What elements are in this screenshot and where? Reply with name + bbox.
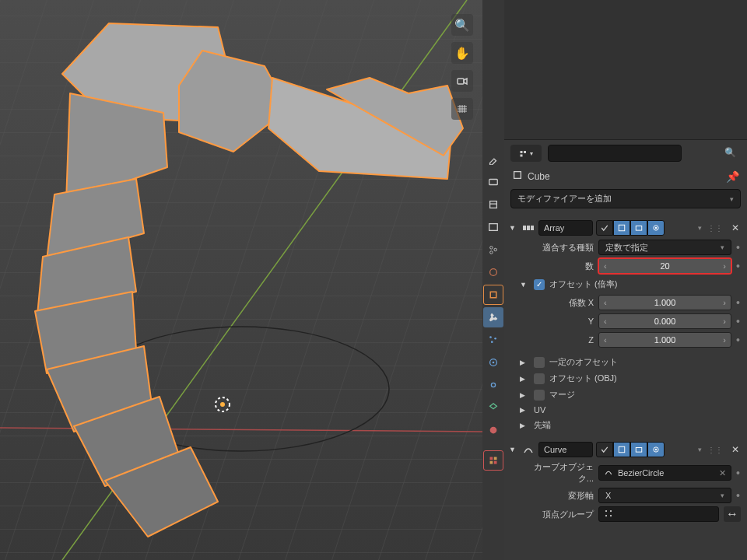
caps-section[interactable]: ▶ 先端 xyxy=(504,417,747,433)
modifier-name-input[interactable] xyxy=(538,442,593,457)
search-icon: 🔍 xyxy=(724,147,736,158)
svg-rect-41 xyxy=(527,226,530,230)
tab-physics[interactable] xyxy=(483,352,503,373)
svg-point-16 xyxy=(220,402,225,407)
editor-type-button[interactable]: ▾ xyxy=(510,145,542,162)
tab-render[interactable] xyxy=(483,172,503,192)
vertex-group-label: 頂点グループ xyxy=(520,509,594,520)
svg-rect-42 xyxy=(531,226,534,230)
camera-icon[interactable] xyxy=(451,70,473,92)
close-icon[interactable]: ✕ xyxy=(728,222,742,233)
toggle-edit-mode[interactable] xyxy=(596,442,613,457)
scene-svg xyxy=(0,0,482,560)
tab-tool[interactable] xyxy=(483,149,503,170)
svg-rect-33 xyxy=(494,457,497,460)
tab-particles[interactable] xyxy=(483,330,503,350)
disclosure-triangle[interactable]: ▼ xyxy=(520,281,529,289)
curve-object-picker[interactable]: BezierCircle ✕ xyxy=(598,465,731,481)
toggle-render[interactable] xyxy=(647,220,665,236)
svg-point-21 xyxy=(490,247,493,250)
properties-region: ▾ 🔍 Cube 📌 モディファイアーを追加 ▾ ▼ xyxy=(482,0,747,560)
toggle-viewport[interactable] xyxy=(630,442,647,457)
tab-world[interactable] xyxy=(483,262,503,282)
constant-offset-checkbox[interactable]: ✓ xyxy=(534,357,545,368)
constant-offset-section[interactable]: ▶ ✓ 一定のオフセット xyxy=(504,354,747,370)
object-offset-section[interactable]: ▶ ✓ オフセット (OBJ) xyxy=(504,370,747,387)
search-input[interactable] xyxy=(548,145,682,162)
factor-x-input[interactable]: 1.000 xyxy=(598,295,731,310)
svg-rect-17 xyxy=(458,79,464,84)
modifier-menu[interactable]: ⋮⋮ xyxy=(705,446,725,454)
tab-texture[interactable] xyxy=(483,450,503,471)
svg-rect-39 xyxy=(514,172,521,179)
tab-constraints[interactable] xyxy=(483,375,503,395)
vertex-group-picker[interactable] xyxy=(598,506,719,522)
tab-scene[interactable] xyxy=(483,240,503,260)
curve-icon xyxy=(604,467,613,478)
object-offset-checkbox[interactable]: ✓ xyxy=(534,373,545,384)
chevron-down-icon[interactable]: ▾ xyxy=(698,224,702,232)
tab-object[interactable] xyxy=(483,285,503,305)
close-icon[interactable]: ✕ xyxy=(728,444,742,455)
factor-y-input[interactable]: 0.000 xyxy=(598,313,731,329)
factor-z-label: Z xyxy=(520,335,594,345)
axis-dropdown[interactable]: X ▾ xyxy=(598,488,731,503)
svg-rect-47 xyxy=(619,446,625,453)
pan-icon[interactable]: ✋ xyxy=(451,42,473,64)
toggle-render[interactable] xyxy=(647,442,665,457)
modifier-curve-header: ▼ ▾ ⋮⋮ ✕ xyxy=(504,439,747,460)
merge-checkbox[interactable]: ✓ xyxy=(534,390,545,401)
tab-view[interactable] xyxy=(483,217,503,237)
svg-rect-19 xyxy=(490,201,497,208)
anim-dot[interactable]: • xyxy=(736,241,741,254)
relative-offset-checkbox[interactable]: ✓ xyxy=(534,279,545,290)
svg-point-53 xyxy=(605,515,607,516)
tab-modifiers[interactable] xyxy=(483,307,503,327)
clear-icon[interactable]: ✕ xyxy=(719,468,726,478)
tab-data[interactable] xyxy=(483,397,503,418)
chevron-down-icon[interactable]: ▾ xyxy=(698,446,702,453)
svg-point-22 xyxy=(494,248,497,251)
pin-icon[interactable]: 📌 xyxy=(726,170,739,183)
disclosure-triangle[interactable]: ▼ xyxy=(509,446,518,453)
zoom-icon[interactable]: 🔍 xyxy=(451,14,473,36)
toggle-viewport[interactable] xyxy=(630,220,647,236)
chevron-down-icon: ▾ xyxy=(721,492,724,499)
toggle-edit-mode[interactable] xyxy=(596,220,613,236)
tab-material[interactable] xyxy=(483,420,503,440)
chevron-down-icon: ▾ xyxy=(721,243,724,251)
uv-section[interactable]: ▶ UV xyxy=(504,403,747,417)
disclosure-triangle[interactable]: ▼ xyxy=(509,224,518,232)
svg-point-50 xyxy=(655,449,658,451)
svg-rect-44 xyxy=(636,226,642,231)
svg-rect-48 xyxy=(636,448,642,453)
count-input[interactable]: 20 xyxy=(598,258,731,274)
merge-section[interactable]: ▶ ✓ マージ xyxy=(504,387,747,403)
viewport-3d[interactable]: 🔍 ✋ xyxy=(0,0,482,560)
object-name: Cube xyxy=(528,171,550,182)
modifier-array-header: ▼ ▾ ⋮⋮ ✕ xyxy=(504,218,747,238)
modifier-menu[interactable]: ⋮⋮ xyxy=(705,224,725,233)
anim-dot[interactable]: • xyxy=(736,260,741,272)
svg-rect-35 xyxy=(494,461,497,464)
factor-z-input[interactable]: 1.000 xyxy=(598,332,731,348)
add-modifier-label: モディファイアーを追加 xyxy=(517,193,612,205)
svg-rect-38 xyxy=(521,155,523,157)
properties-panel: ▾ 🔍 Cube 📌 モディファイアーを追加 ▾ ▼ xyxy=(504,0,747,560)
svg-rect-37 xyxy=(524,151,526,153)
modifier-name-input[interactable] xyxy=(538,220,593,236)
tab-output[interactable] xyxy=(483,194,503,215)
svg-rect-40 xyxy=(523,226,526,230)
svg-rect-20 xyxy=(489,224,498,231)
grid-icon[interactable] xyxy=(451,98,473,120)
invert-vgroup-button[interactable]: ↔ xyxy=(724,506,741,522)
fit-type-dropdown[interactable]: 定数で指定 ▾ xyxy=(598,240,731,255)
add-modifier-dropdown[interactable]: モディファイアーを追加 ▾ xyxy=(510,189,741,208)
relative-offset-header[interactable]: ▼ ✓ オフセット (倍率) xyxy=(504,275,747,293)
toggle-cage[interactable] xyxy=(613,220,630,236)
anim-dot[interactable]: • xyxy=(736,296,741,309)
toggle-cage[interactable] xyxy=(613,442,630,457)
svg-point-28 xyxy=(491,341,493,343)
svg-point-30 xyxy=(493,362,495,364)
svg-point-52 xyxy=(610,510,612,512)
